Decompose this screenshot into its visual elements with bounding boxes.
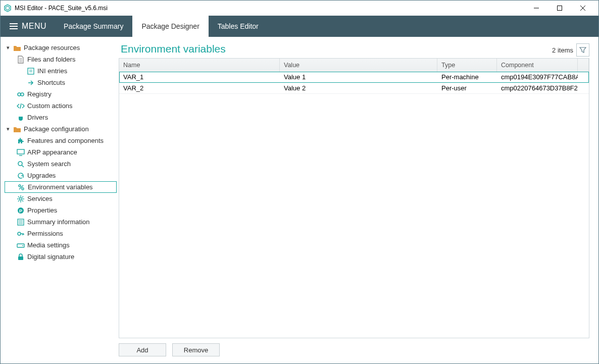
tree-item-files-folders[interactable]: Files and folders <box>5 54 117 65</box>
registry-icon <box>17 90 25 98</box>
tree-item-permissions[interactable]: Permissions <box>5 228 117 239</box>
svg-point-13 <box>21 93 24 96</box>
svg-marker-0 <box>5 5 11 12</box>
tree-label: Environment variables <box>28 183 93 191</box>
svg-line-20 <box>19 185 23 189</box>
items-count: 2 items <box>552 46 573 54</box>
col-header-value[interactable]: Value <box>280 59 437 72</box>
grid-body: VAR_1 Value 1 Per-machine cmp0194E3097F7… <box>119 72 589 338</box>
tree-item-upgrades[interactable]: Upgrades <box>5 170 117 181</box>
tree-label: ARP appearance <box>27 148 77 156</box>
tree-item-services[interactable]: Services <box>5 193 117 204</box>
tree-item-arp-appearance[interactable]: ARP appearance <box>5 146 117 158</box>
tree-label: Custom actions <box>27 102 73 110</box>
folder-icon <box>13 44 21 52</box>
tree-label: Shortcuts <box>37 79 65 86</box>
col-header-type[interactable]: Type <box>437 59 497 72</box>
menu-label: MENU <box>22 22 46 31</box>
tab-tables-editor[interactable]: Tables Editor <box>209 16 268 37</box>
svg-rect-9 <box>28 68 34 74</box>
titlebar: MSI Editor - PACE_Suite_v5.6.msi <box>1 1 598 16</box>
tree-item-digital-signature[interactable]: Digital signature <box>5 251 117 263</box>
tree-label: Permissions <box>27 230 63 237</box>
remove-button[interactable]: Remove <box>172 343 220 356</box>
plug-icon <box>17 114 25 122</box>
col-header-component[interactable]: Component <box>497 59 578 72</box>
key-icon <box>17 230 25 238</box>
search-icon <box>17 160 25 168</box>
caret-down-icon: ▾ <box>6 126 11 132</box>
tree-item-features-components[interactable]: Features and components <box>5 135 117 146</box>
cell-type: Per-user <box>437 83 497 93</box>
svg-rect-39 <box>18 256 23 260</box>
close-button[interactable] <box>571 1 594 16</box>
folder-icon <box>13 125 21 133</box>
cell-name: VAR_1 <box>119 72 280 82</box>
svg-line-28 <box>22 196 23 197</box>
tree-label: Registry <box>27 90 52 98</box>
tab-package-summary[interactable]: Package Summary <box>55 16 132 37</box>
tree-item-ini-entries[interactable]: INI entries <box>5 65 117 77</box>
hamburger-icon <box>10 23 18 29</box>
tab-package-designer[interactable]: Package Designer <box>132 16 208 37</box>
file-icon <box>17 56 25 64</box>
svg-point-19 <box>22 188 24 190</box>
tree-label: Media settings <box>27 241 70 249</box>
tree-item-custom-actions[interactable]: Custom actions <box>5 100 117 112</box>
percent-icon <box>17 183 25 191</box>
puzzle-icon <box>17 137 25 145</box>
app-icon <box>4 4 12 12</box>
menubar: MENU Package Summary Package Designer Ta… <box>1 16 598 37</box>
app-window: MSI Editor - PACE_Suite_v5.6.msi MENU Pa… <box>0 0 599 364</box>
table-row[interactable]: VAR_2 Value 2 Per-user cmp0220764673D37B… <box>119 83 589 94</box>
maximize-button[interactable] <box>548 1 571 16</box>
tree-label: Features and components <box>27 137 104 144</box>
svg-line-17 <box>22 165 24 167</box>
svg-point-12 <box>18 93 21 96</box>
refresh-icon <box>17 172 25 180</box>
drive-icon <box>17 241 25 249</box>
title-row: Environment variables 2 items <box>119 42 589 58</box>
cell-name: VAR_2 <box>119 83 280 93</box>
caret-down-icon: ▾ <box>6 44 11 51</box>
grid-header: Name Value Type Component <box>119 59 589 72</box>
svg-point-18 <box>19 185 21 187</box>
tree-item-properties[interactable]: P Properties <box>5 204 117 216</box>
tree-item-environment-variables[interactable]: Environment variables <box>5 181 117 193</box>
svg-line-27 <box>22 200 23 201</box>
filter-button[interactable] <box>576 43 589 57</box>
tree-label: Package configuration <box>24 125 89 133</box>
tree-label: Package resources <box>24 44 80 51</box>
minimize-button[interactable] <box>525 1 548 16</box>
nav-tree: ▾ Package resources Files and folders IN… <box>1 37 119 363</box>
ini-icon <box>27 67 35 75</box>
tree-item-media-settings[interactable]: Media settings <box>5 239 117 251</box>
tree-item-registry[interactable]: Registry <box>5 88 117 100</box>
col-header-name[interactable]: Name <box>119 59 280 72</box>
tree-label: System search <box>27 160 71 168</box>
svg-point-38 <box>22 245 23 246</box>
tree-label: Files and folders <box>27 56 75 63</box>
menu-button[interactable]: MENU <box>1 16 55 37</box>
tree-item-summary-information[interactable]: Summary information <box>5 216 117 228</box>
tree-item-system-search[interactable]: System search <box>5 158 117 170</box>
tree-group-package-resources[interactable]: ▾ Package resources <box>5 42 117 54</box>
tree-item-shortcuts[interactable]: Shortcuts <box>5 77 117 88</box>
tree-group-package-configuration[interactable]: ▾ Package configuration <box>5 123 117 135</box>
tree-label: Upgrades <box>27 172 56 179</box>
list-icon <box>17 218 25 226</box>
cell-component: cmp0220764673D37B8F22 <box>497 83 578 93</box>
cell-type: Per-machine <box>437 72 497 82</box>
shortcut-icon <box>27 79 35 87</box>
funnel-icon <box>579 46 586 54</box>
add-button[interactable]: Add <box>119 343 166 356</box>
variables-grid: Name Value Type Component VAR_1 Value 1 … <box>119 58 589 338</box>
tree-item-drivers[interactable]: Drivers <box>5 112 117 123</box>
svg-rect-3 <box>558 6 562 11</box>
svg-line-26 <box>18 196 19 197</box>
tree-label: Summary information <box>27 218 90 226</box>
svg-point-36 <box>18 232 21 235</box>
svg-rect-14 <box>17 149 24 154</box>
table-row[interactable]: VAR_1 Value 1 Per-machine cmp0194E3097F7… <box>119 72 589 83</box>
svg-point-16 <box>18 162 22 166</box>
